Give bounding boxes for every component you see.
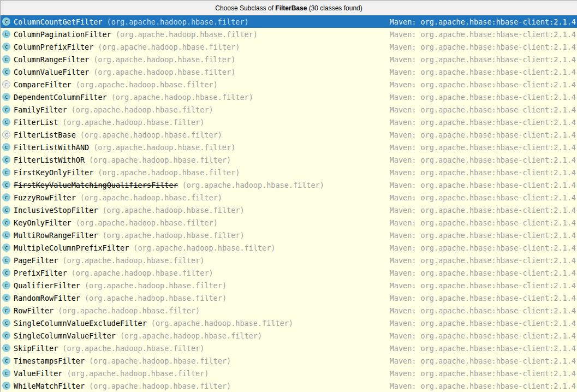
- class-name: DependentColumnFilter: [14, 93, 107, 102]
- maven-origin: Maven: org.apache.hbase:hbase-client:2.1…: [383, 30, 576, 39]
- list-item[interactable]: c ValueFilter (org.apache.hadoop.hbase.f…: [1, 367, 577, 379]
- maven-origin: Maven: org.apache.hbase:hbase-client:2.1…: [383, 55, 576, 64]
- package-name: (org.apache.hadoop.hbase.filter): [116, 30, 258, 39]
- class-icon: c: [2, 105, 10, 114]
- package-name: (org.apache.hadoop.hbase.filter): [102, 206, 244, 215]
- list-item[interactable]: c ColumnCountGetFilter (org.apache.hadoo…: [1, 15, 577, 28]
- list-item[interactable]: c PageFilter (org.apache.hadoop.hbase.fi…: [1, 254, 577, 266]
- class-icon: c: [2, 306, 10, 314]
- class-name: QualifierFilter: [14, 281, 80, 290]
- package-name: (org.apache.hadoop.hbase.filter): [85, 281, 227, 290]
- popup-title: Choose Subclass of FilterBase (30 classe…: [1, 1, 577, 15]
- package-name: (org.apache.hadoop.hbase.filter): [58, 306, 200, 315]
- package-name: (org.apache.hadoop.hbase.filter): [89, 156, 231, 164]
- abstract-class-icon: c: [2, 130, 10, 139]
- maven-origin: Maven: org.apache.hbase:hbase-client:2.1…: [383, 105, 576, 114]
- package-name: (org.apache.hadoop.hbase.filter): [85, 294, 227, 302]
- maven-origin: Maven: org.apache.hbase:hbase-client:2.1…: [383, 181, 576, 189]
- package-name: (org.apache.hadoop.hbase.filter): [93, 143, 235, 152]
- class-name: MultiRowRangeFilter: [14, 231, 98, 240]
- list-item[interactable]: c ColumnPaginationFilter (org.apache.had…: [1, 28, 577, 40]
- class-name: RandomRowFilter: [14, 294, 80, 302]
- class-icon: c: [2, 243, 10, 252]
- class-icon: c: [2, 55, 10, 63]
- list-item[interactable]: c FuzzyRowFilter (org.apache.hadoop.hbas…: [1, 191, 577, 204]
- class-icon: c: [2, 43, 10, 51]
- maven-origin: Maven: org.apache.hbase:hbase-client:2.1…: [383, 382, 576, 390]
- list-item[interactable]: c KeyOnlyFilter (org.apache.hadoop.hbase…: [1, 216, 577, 229]
- list-item[interactable]: c PrefixFilter (org.apache.hadoop.hbase.…: [1, 266, 577, 279]
- list-item[interactable]: c SkipFilter (org.apache.hadoop.hbase.fi…: [1, 342, 577, 354]
- maven-origin: Maven: org.apache.hbase:hbase-client:2.1…: [383, 281, 576, 290]
- choose-subclass-popup: Choose Subclass of FilterBase (30 classe…: [0, 0, 577, 392]
- package-name: (org.apache.hadoop.hbase.filter): [107, 17, 249, 26]
- maven-origin: Maven: org.apache.hbase:hbase-client:2.1…: [383, 331, 576, 340]
- class-name: FilterListWithOR: [14, 156, 85, 164]
- list-item[interactable]: c FilterListWithOR (org.apache.hadoop.hb…: [1, 153, 577, 166]
- list-item[interactable]: c ColumnRangeFilter (org.apache.hadoop.h…: [1, 53, 577, 66]
- list-item[interactable]: c FirstKeyOnlyFilter (org.apache.hadoop.…: [1, 166, 577, 179]
- class-list: c ColumnCountGetFilter (org.apache.hadoo…: [1, 15, 577, 392]
- class-icon: c: [2, 319, 10, 327]
- list-item[interactable]: c TimestampsFilter (org.apache.hadoop.hb…: [1, 354, 577, 367]
- maven-origin: Maven: org.apache.hbase:hbase-client:2.1…: [383, 68, 576, 76]
- list-item[interactable]: c CompareFilter (org.apache.hadoop.hbase…: [1, 78, 577, 91]
- list-item[interactable]: c MultiRowRangeFilter (org.apache.hadoop…: [1, 229, 577, 241]
- maven-origin: Maven: org.apache.hbase:hbase-client:2.1…: [383, 143, 576, 152]
- class-name: ColumnCountGetFilter: [14, 17, 103, 26]
- class-name: PageFilter: [14, 256, 58, 265]
- package-name: (org.apache.hadoop.hbase.filter): [72, 105, 213, 114]
- maven-origin: Maven: org.apache.hbase:hbase-client:2.1…: [383, 43, 576, 51]
- list-item[interactable]: c QualifierFilter (org.apache.hadoop.hba…: [1, 279, 577, 292]
- class-icon: c: [2, 156, 10, 164]
- maven-origin: Maven: org.apache.hbase:hbase-client:2.1…: [383, 206, 576, 215]
- class-icon: c: [2, 17, 10, 26]
- list-item[interactable]: c WhileMatchFilter (org.apache.hadoop.hb…: [1, 379, 577, 392]
- package-name: (org.apache.hadoop.hbase.filter): [89, 357, 231, 365]
- class-name: KeyOnlyFilter: [14, 218, 72, 227]
- maven-origin: Maven: org.apache.hbase:hbase-client:2.1…: [383, 231, 576, 240]
- package-name: (org.apache.hadoop.hbase.filter): [98, 43, 240, 51]
- maven-origin: Maven: org.apache.hbase:hbase-client:2.1…: [383, 93, 576, 102]
- maven-origin: Maven: org.apache.hbase:hbase-client:2.1…: [383, 269, 576, 277]
- class-name: ColumnPaginationFilter: [14, 30, 111, 39]
- package-name: (org.apache.hadoop.hbase.filter): [102, 231, 244, 240]
- package-name: (org.apache.hadoop.hbase.filter): [62, 344, 204, 353]
- class-icon: c: [2, 382, 10, 390]
- class-icon: c: [2, 344, 10, 352]
- class-name: ColumnValueFilter: [14, 68, 89, 76]
- list-item[interactable]: c ColumnValueFilter (org.apache.hadoop.h…: [1, 66, 577, 78]
- class-icon: c: [2, 218, 10, 227]
- package-name: (org.apache.hadoop.hbase.filter): [76, 218, 218, 227]
- class-icon: c: [2, 369, 10, 377]
- list-item[interactable]: c DependentColumnFilter (org.apache.hado…: [1, 91, 577, 103]
- list-item[interactable]: c FirstKeyValueMatchingQualifiersFilter …: [1, 179, 577, 191]
- list-item[interactable]: c SingleColumnValueExcludeFilter (org.ap…: [1, 317, 577, 329]
- list-item[interactable]: c FilterListBase (org.apache.hadoop.hbas…: [1, 128, 577, 141]
- list-item[interactable]: c FilterList (org.apache.hadoop.hbase.fi…: [1, 116, 577, 128]
- class-icon: c: [2, 281, 10, 289]
- class-icon: c: [2, 118, 10, 126]
- class-name: WhileMatchFilter: [14, 382, 85, 390]
- class-icon: c: [2, 331, 10, 340]
- package-name: (org.apache.hadoop.hbase.filter): [98, 168, 240, 177]
- maven-origin: Maven: org.apache.hbase:hbase-client:2.1…: [383, 344, 576, 353]
- popup-title-suffix: (30 classes found): [307, 4, 362, 12]
- maven-origin: Maven: org.apache.hbase:hbase-client:2.1…: [383, 17, 576, 26]
- class-name: SingleColumnValueFilter: [14, 331, 116, 340]
- list-item[interactable]: c FilterListWithAND (org.apache.hadoop.h…: [1, 141, 577, 153]
- class-name: FilterList: [14, 118, 58, 127]
- list-item[interactable]: c ColumnPrefixFilter (org.apache.hadoop.…: [1, 40, 577, 53]
- list-item[interactable]: c SingleColumnValueFilter (org.apache.ha…: [1, 329, 577, 342]
- maven-origin: Maven: org.apache.hbase:hbase-client:2.1…: [383, 218, 576, 227]
- list-item[interactable]: c MultipleColumnPrefixFilter (org.apache…: [1, 241, 577, 254]
- class-icon: c: [2, 168, 10, 176]
- list-item[interactable]: c RandomRowFilter (org.apache.hadoop.hba…: [1, 292, 577, 304]
- list-item[interactable]: c RowFilter (org.apache.hadoop.hbase.fil…: [1, 304, 577, 317]
- class-icon: c: [2, 30, 10, 38]
- list-item[interactable]: c FamilyFilter (org.apache.hadoop.hbase.…: [1, 103, 577, 116]
- popup-title-prefix: Choose Subclass of: [215, 4, 275, 12]
- class-icon: c: [2, 181, 10, 189]
- list-item[interactable]: c InclusiveStopFilter (org.apache.hadoop…: [1, 204, 577, 216]
- class-icon: c: [2, 206, 10, 214]
